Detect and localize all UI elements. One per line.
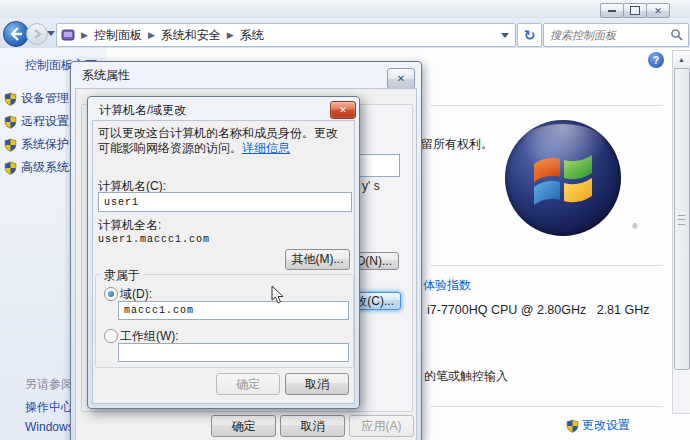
member-of-label: 隶属于	[101, 267, 143, 284]
cpu-info-text: i7-7700HQ CPU @ 2.80GHz 2.81 GHz	[427, 303, 650, 317]
apply-button: 应用(A)	[349, 415, 414, 437]
address-dropdown-caret[interactable]	[501, 33, 509, 38]
section-divider	[430, 406, 663, 407]
breadcrumb-separator: ▶	[221, 30, 240, 40]
close-icon: ✕	[654, 6, 662, 16]
change-settings-link[interactable]: 更改设置	[566, 417, 630, 434]
uac-shield-icon	[4, 115, 17, 129]
uac-shield-icon	[4, 138, 17, 152]
computer-name-domain-dialog: 计算机名/域更改 ✕ 可以更改这台计算机的名称和成员身份。更改可能影响网络资源的…	[87, 96, 360, 409]
sidebar-item-label: 远程设置	[21, 113, 69, 130]
more-button[interactable]: 其他(M)...	[285, 249, 350, 270]
close-button[interactable]: ✕	[387, 68, 415, 89]
close-button[interactable]: ✕	[330, 101, 356, 119]
workgroup-input[interactable]	[122, 345, 349, 360]
uac-shield-icon	[4, 92, 17, 106]
restore-button[interactable]	[623, 3, 647, 18]
domain-input[interactable]	[122, 303, 349, 318]
see-also-header: 另请参阅	[25, 376, 73, 393]
example-text-fragment: y' s	[362, 179, 380, 193]
scrollbar-up-button[interactable]: ▲	[672, 50, 690, 69]
scrollbar-grip	[678, 215, 685, 225]
breadcrumb-separator: ▶	[142, 30, 161, 40]
back-arrow-icon	[4, 22, 28, 46]
screen: ✕ ▶ 控制面板 ▶ 系统和安全 ▶ 系统 ↻ 控制面板主页	[0, 0, 690, 440]
refresh-button[interactable]: ↻	[517, 23, 542, 47]
sidebar-link-action-center[interactable]: 操作中心	[25, 399, 73, 416]
full-computer-name-label: 计算机全名:	[98, 217, 161, 234]
dialog-title: 计算机名/域更改	[99, 102, 186, 119]
computer-name-input[interactable]	[102, 194, 352, 210]
recent-pages-dropdown[interactable]	[47, 31, 55, 36]
close-icon: ✕	[339, 105, 347, 115]
section-divider	[430, 265, 663, 266]
close-icon: ✕	[397, 73, 405, 84]
close-button[interactable]: ✕	[646, 3, 670, 18]
window-titlebar	[0, 0, 690, 18]
intro-text: 可以更改这台计算机的名称和成员身份。更改可能影响网络资源的访问。	[98, 126, 338, 155]
domain-field[interactable]	[118, 301, 349, 320]
search-input[interactable]	[548, 26, 668, 44]
mouse-cursor	[271, 285, 285, 305]
sidebar-item-label: 系统保护	[21, 136, 69, 153]
breadcrumb-system-security[interactable]: 系统和安全	[161, 27, 221, 44]
ok-button[interactable]: 确定	[211, 415, 276, 437]
logo-gloss	[515, 124, 611, 176]
section-divider	[430, 105, 663, 106]
dialog-intro-text: 可以更改这台计算机的名称和成员身份。更改可能影响网络资源的访问。详细信息	[98, 126, 349, 156]
search-box[interactable]	[543, 23, 689, 47]
workgroup-radio[interactable]	[104, 329, 118, 343]
full-computer-name-value: user1.maccc1.com	[98, 234, 210, 245]
scroll-up-icon: ▲	[678, 56, 685, 63]
breadcrumb-system[interactable]: 系统	[240, 27, 264, 44]
uac-shield-icon	[4, 161, 17, 175]
registered-mark: ®	[632, 222, 638, 231]
system-page-icon	[61, 28, 75, 42]
workgroup-field[interactable]	[118, 343, 349, 362]
rights-text: 留所有权利。	[421, 136, 493, 153]
windows-logo	[505, 120, 621, 236]
experience-index-link[interactable]: 体验指数	[423, 277, 471, 294]
dialog-title: 系统属性	[82, 67, 130, 84]
ok-button: 确定	[216, 373, 280, 395]
minimize-icon	[608, 10, 616, 12]
cancel-button[interactable]: 取消	[280, 415, 345, 437]
forward-arrow-icon	[27, 24, 47, 44]
help-icon: ?	[653, 55, 659, 66]
more-info-link[interactable]: 详细信息	[242, 141, 290, 155]
breadcrumb-separator: ▶	[75, 30, 94, 40]
refresh-icon: ↻	[524, 27, 536, 43]
address-breadcrumb[interactable]: ▶ 控制面板 ▶ 系统和安全 ▶ 系统	[56, 23, 516, 47]
breadcrumb-control-panel[interactable]: 控制面板	[94, 27, 142, 44]
sidebar-item-system-protection[interactable]: 系统保护	[4, 136, 69, 153]
minimize-button[interactable]	[600, 3, 624, 18]
forward-button[interactable]	[26, 23, 48, 45]
computer-name-field[interactable]	[98, 192, 352, 212]
pen-touch-text: 的笔或触控输入	[424, 368, 508, 385]
scrollbar-thumb[interactable]	[674, 68, 690, 370]
change-settings-label: 更改设置	[582, 417, 630, 434]
domain-radio[interactable]	[104, 287, 118, 301]
uac-shield-icon	[566, 419, 579, 433]
help-button[interactable]: ?	[648, 52, 664, 68]
cancel-button[interactable]: 取消	[285, 373, 349, 395]
sidebar-item-remote-settings[interactable]: 远程设置	[4, 113, 69, 130]
restore-icon	[630, 6, 640, 15]
search-icon	[670, 28, 684, 42]
